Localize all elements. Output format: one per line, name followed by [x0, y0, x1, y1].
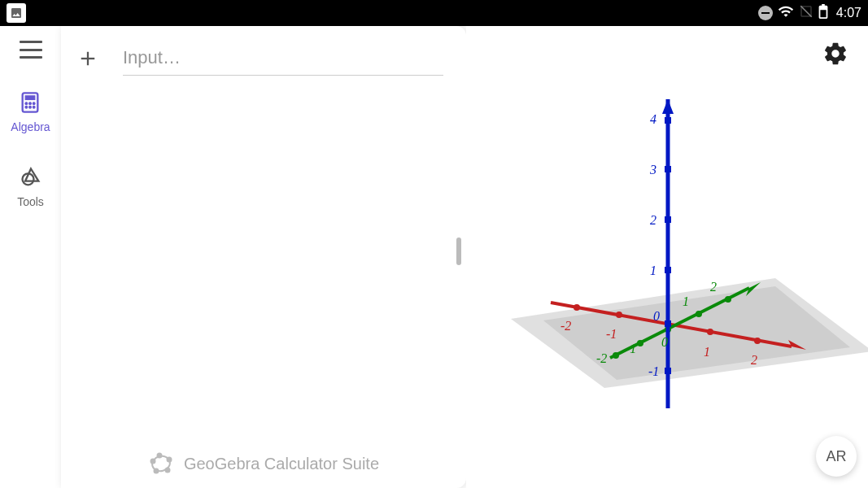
y-tick-1: 1	[683, 294, 689, 309]
svg-rect-32	[665, 368, 671, 374]
svg-point-26	[637, 340, 643, 346]
svg-point-2	[25, 102, 28, 105]
y-tick-0: 0	[661, 335, 668, 350]
svg-point-22	[754, 338, 761, 344]
svg-point-25	[613, 352, 619, 359]
z-tick-3: 3	[650, 163, 656, 177]
svg-point-16	[154, 469, 158, 473]
svg-point-28	[696, 311, 702, 317]
z-tick-1: 1	[650, 264, 656, 278]
sidebar-item-label: Tools	[17, 195, 44, 208]
status-bar: 4:07	[0, 0, 868, 26]
svg-point-19	[574, 304, 580, 311]
image-notification-icon	[7, 3, 26, 23]
svg-point-29	[725, 296, 731, 303]
x-tick-2: 2	[751, 353, 757, 368]
svg-rect-1	[26, 96, 36, 100]
svg-point-4	[33, 102, 36, 105]
x-tick-n2: -2	[560, 319, 571, 333]
3d-graphics-view[interactable]: 4 3 2 1 0 -1 -2 -1 1 2 -2 -1 0 1 2 AR	[466, 26, 868, 488]
x-tick-n1: -1	[606, 327, 617, 342]
expression-input[interactable]	[123, 41, 443, 76]
svg-rect-33	[665, 320, 671, 327]
z-tick-n1: -1	[648, 364, 659, 379]
y-tick-2: 2	[710, 280, 717, 294]
no-sim-icon	[799, 4, 813, 22]
sidebar-item-algebra[interactable]: Algebra	[11, 91, 50, 133]
panel-footer: GeoGebra Calculator Suite	[61, 451, 466, 477]
svg-point-3	[29, 102, 32, 105]
svg-rect-36	[665, 166, 671, 172]
tools-icon	[20, 166, 42, 189]
do-not-disturb-icon	[758, 6, 773, 20]
3d-coordinate-system[interactable]	[466, 26, 868, 488]
sidebar: Algebra Tools	[0, 26, 61, 488]
z-tick-0: 0	[653, 309, 660, 324]
ar-button[interactable]: AR	[816, 436, 857, 477]
geogebra-logo-icon	[148, 451, 174, 477]
add-button[interactable]	[76, 46, 100, 71]
svg-point-20	[616, 312, 622, 318]
svg-point-13	[157, 454, 161, 458]
svg-rect-34	[665, 267, 671, 273]
z-tick-2: 2	[650, 213, 656, 228]
battery-icon	[818, 4, 828, 22]
svg-rect-35	[665, 216, 671, 223]
sidebar-item-label: Algebra	[11, 120, 50, 133]
menu-button[interactable]	[20, 41, 42, 59]
scrollbar-thumb[interactable]	[456, 237, 461, 265]
x-tick-1: 1	[704, 345, 710, 359]
y-tick-n1: -1	[626, 342, 636, 356]
sidebar-item-tools[interactable]: Tools	[17, 166, 44, 208]
svg-point-15	[165, 468, 169, 473]
y-tick-n2: -2	[596, 351, 607, 366]
svg-point-7	[33, 106, 36, 108]
footer-brand: GeoGebra Calculator Suite	[184, 455, 379, 473]
z-tick-4: 4	[650, 112, 656, 127]
svg-point-6	[29, 106, 32, 108]
svg-point-14	[167, 458, 171, 462]
svg-point-12	[150, 460, 155, 464]
status-time: 4:07	[836, 6, 861, 20]
status-icons: 4:07	[758, 3, 861, 23]
svg-point-5	[25, 106, 28, 108]
svg-rect-37	[665, 117, 671, 124]
svg-marker-31	[662, 99, 674, 114]
algebra-panel: GeoGebra Calculator Suite	[61, 26, 466, 488]
calculator-icon	[19, 91, 41, 114]
svg-point-21	[707, 329, 713, 335]
wifi-icon	[778, 3, 794, 23]
